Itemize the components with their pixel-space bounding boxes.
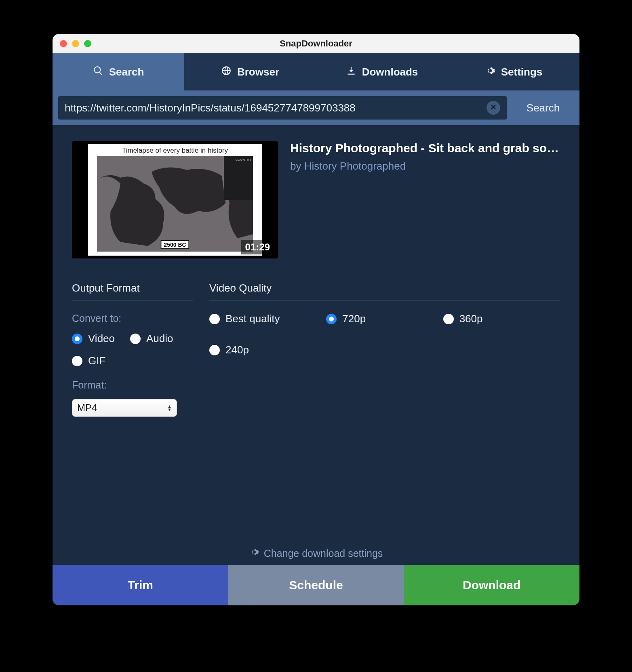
convert-options: Video Audio GIF	[72, 332, 193, 372]
change-download-settings-link[interactable]: Change download settings	[53, 547, 579, 559]
titlebar: SnapDownloader	[53, 34, 579, 53]
tab-label: Browser	[237, 66, 279, 78]
tab-label: Settings	[501, 66, 543, 78]
chevron-up-down-icon: ▲▼	[167, 405, 172, 411]
options-row: Output Format Convert to: Video Audio GI…	[72, 282, 560, 417]
search-button-label: Search	[527, 102, 560, 114]
radio-indicator	[72, 356, 82, 366]
format-select[interactable]: MP4 ▲▼	[72, 399, 177, 417]
video-preview-row: Timelapse of every battle in history COU…	[72, 141, 560, 258]
quality-option-best[interactable]: Best quality	[209, 313, 326, 325]
window-title: SnapDownloader	[53, 38, 579, 49]
tab-search[interactable]: Search	[53, 53, 184, 90]
download-icon	[346, 65, 356, 79]
tab-settings[interactable]: Settings	[448, 53, 579, 90]
thumbnail-year-tag: 2500 BC	[160, 240, 189, 249]
gear-icon	[485, 65, 495, 79]
radio-label: 240p	[225, 344, 249, 356]
quality-options: Best quality 720p 360p 240p	[209, 313, 560, 365]
clear-input-button[interactable]	[487, 101, 500, 115]
video-quality-heading: Video Quality	[209, 282, 560, 300]
tab-downloads[interactable]: Downloads	[316, 53, 448, 90]
url-input-container	[58, 96, 507, 120]
video-author: by History Photographed	[290, 160, 560, 172]
quality-option-360p[interactable]: 360p	[443, 313, 560, 325]
video-quality-panel: Video Quality Best quality 720p 360p	[209, 282, 560, 417]
radio-label: 720p	[342, 313, 366, 325]
video-metadata: History Photographed - Sit back and grab…	[290, 141, 560, 258]
button-label: Schedule	[289, 578, 343, 592]
search-bar: Search	[53, 90, 579, 125]
action-bar: Trim Schedule Download	[53, 565, 579, 605]
tab-label: Downloads	[362, 66, 418, 78]
gear-icon	[249, 547, 259, 559]
format-selected-value: MP4	[77, 402, 97, 414]
url-input[interactable]	[65, 102, 482, 114]
button-label: Download	[463, 578, 520, 592]
trim-button[interactable]: Trim	[53, 565, 228, 605]
radio-indicator	[130, 334, 141, 344]
change-settings-label: Change download settings	[264, 548, 383, 559]
video-duration: 01:29	[241, 240, 274, 254]
convert-option-audio[interactable]: Audio	[130, 332, 179, 345]
thumbnail-corner-label: COUNTRY	[224, 156, 253, 200]
radio-label: Video	[88, 332, 115, 345]
thumbnail-map: COUNTRY 2500 BC	[97, 156, 253, 252]
radio-indicator	[209, 314, 220, 324]
tab-browser[interactable]: Browser	[184, 53, 316, 90]
search-icon	[93, 65, 103, 79]
radio-indicator	[443, 314, 454, 324]
format-label: Format:	[72, 379, 193, 391]
convert-to-label: Convert to:	[72, 313, 193, 324]
radio-label: GIF	[88, 355, 105, 367]
thumbnail-caption: Timelapse of every battle in history	[88, 144, 262, 156]
download-button[interactable]: Download	[404, 565, 579, 605]
convert-option-video[interactable]: Video	[72, 332, 120, 345]
output-format-heading: Output Format	[72, 282, 193, 300]
button-label: Trim	[128, 578, 153, 592]
radio-label: Best quality	[225, 313, 280, 325]
radio-label: Audio	[146, 332, 173, 345]
radio-indicator	[72, 334, 82, 344]
quality-option-240p[interactable]: 240p	[209, 344, 326, 356]
thumbnail-image: Timelapse of every battle in history COU…	[88, 144, 262, 256]
radio-indicator	[326, 314, 337, 324]
quality-option-720p[interactable]: 720p	[326, 313, 443, 325]
main-tabs: Search Browser Downloads Settings	[53, 53, 579, 90]
schedule-button[interactable]: Schedule	[228, 565, 404, 605]
content-area: Timelapse of every battle in history COU…	[53, 125, 579, 417]
tab-label: Search	[109, 66, 144, 78]
output-format-panel: Output Format Convert to: Video Audio GI…	[72, 282, 193, 417]
radio-label: 360p	[459, 313, 483, 325]
search-button[interactable]: Search	[507, 90, 579, 125]
convert-option-gif[interactable]: GIF	[72, 355, 120, 367]
video-thumbnail[interactable]: Timelapse of every battle in history COU…	[72, 141, 278, 258]
video-title: History Photographed - Sit back and grab…	[290, 141, 560, 155]
globe-icon	[221, 65, 232, 79]
close-icon	[490, 103, 497, 112]
radio-indicator	[209, 345, 220, 355]
app-window: SnapDownloader Search Browser Downloads …	[53, 34, 579, 605]
